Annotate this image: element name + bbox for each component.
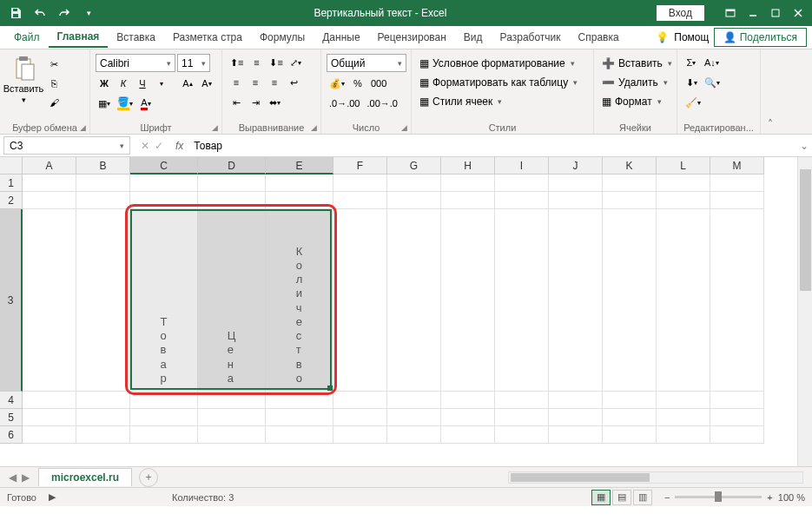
cell[interactable] — [266, 426, 333, 444]
cell[interactable] — [441, 209, 495, 392]
cell[interactable] — [710, 409, 764, 426]
column-header[interactable]: J — [549, 157, 603, 175]
cell[interactable] — [549, 209, 603, 392]
zoom-value[interactable]: 100 % — [778, 492, 805, 503]
cell[interactable] — [76, 409, 130, 426]
close-icon[interactable] — [788, 3, 809, 23]
font-color-icon[interactable]: A▾ — [137, 95, 155, 112]
cell[interactable] — [441, 426, 495, 444]
cell[interactable] — [130, 409, 198, 426]
cell[interactable] — [333, 209, 387, 392]
cell[interactable] — [23, 426, 76, 444]
column-header[interactable]: A — [23, 157, 76, 175]
font-size-combo[interactable]: 11▾ — [177, 54, 210, 72]
cell[interactable] — [76, 209, 130, 392]
cell[interactable] — [549, 175, 603, 192]
zoom-out-icon[interactable]: − — [664, 492, 670, 503]
cell[interactable]: Цена — [198, 209, 266, 392]
row-header[interactable]: 3 — [0, 209, 23, 392]
zoom-in-icon[interactable]: + — [767, 492, 772, 503]
cell[interactable] — [603, 426, 657, 444]
collapse-ribbon-icon[interactable]: ˄ — [761, 49, 780, 134]
cell[interactable] — [657, 192, 710, 209]
cell-styles-button[interactable]: ▦Стили ячеек▾ — [417, 92, 580, 110]
cell[interactable]: Товар — [130, 209, 198, 392]
tab-help[interactable]: Справка — [570, 28, 628, 47]
cell[interactable] — [23, 392, 76, 409]
underline-dd[interactable]: ▾ — [153, 75, 170, 92]
clear-icon[interactable]: 🧹▾ — [683, 94, 703, 111]
align-left-icon[interactable]: ≡ — [228, 74, 245, 91]
tab-home[interactable]: Главная — [49, 27, 109, 48]
view-normal-icon[interactable]: ▦ — [591, 490, 611, 505]
decrease-indent-icon[interactable]: ⇤ — [228, 94, 245, 111]
decrease-decimal-icon[interactable]: .00→.0 — [364, 95, 399, 112]
view-page-break-icon[interactable]: ▥ — [633, 490, 652, 505]
cell[interactable] — [387, 409, 441, 426]
row-header[interactable]: 6 — [0, 426, 23, 444]
align-top-icon[interactable]: ⬆≡ — [228, 54, 246, 71]
column-header[interactable]: H — [441, 157, 495, 175]
cell[interactable] — [333, 426, 387, 444]
sheet-nav-next-icon[interactable]: ▶ — [22, 471, 30, 484]
spreadsheet-grid[interactable]: ABCDEFGHIJKLM 123456 ТоварЦенаКоличество — [0, 157, 812, 466]
enter-formula-icon[interactable]: ✓ — [155, 140, 163, 152]
align-center-icon[interactable]: ≡ — [247, 74, 264, 91]
cell[interactable] — [710, 192, 764, 209]
paste-button[interactable]: Вставить▾ — [5, 52, 42, 104]
tab-view[interactable]: Вид — [455, 28, 492, 47]
conditional-format-button[interactable]: ▦Условное форматирование▾ — [417, 54, 580, 72]
italic-button[interactable]: К — [115, 75, 132, 92]
cell[interactable] — [387, 192, 441, 209]
font-launcher-icon[interactable]: ◢ — [212, 123, 218, 132]
cell[interactable] — [266, 175, 333, 192]
format-painter-icon[interactable]: 🖌 — [45, 94, 63, 111]
cell[interactable] — [266, 192, 333, 209]
cell[interactable] — [441, 175, 495, 192]
increase-decimal-icon[interactable]: .0→.00 — [327, 95, 362, 112]
column-header[interactable]: F — [333, 157, 387, 175]
column-header[interactable]: B — [76, 157, 130, 175]
cell[interactable] — [76, 392, 130, 409]
fill-color-icon[interactable]: 🪣▾ — [115, 95, 135, 112]
clipboard-launcher-icon[interactable]: ◢ — [80, 123, 86, 132]
autosum-icon[interactable]: Σ▾ — [683, 54, 700, 71]
cell[interactable] — [657, 426, 710, 444]
cell[interactable] — [495, 192, 549, 209]
delete-cells-button[interactable]: ➖Удалить▾ — [599, 73, 675, 91]
cell[interactable] — [495, 175, 549, 192]
cell[interactable] — [23, 409, 76, 426]
column-header[interactable]: D — [198, 157, 266, 175]
sort-filter-icon[interactable]: A↓▾ — [702, 54, 722, 71]
cell[interactable] — [387, 392, 441, 409]
cell[interactable] — [130, 392, 198, 409]
ribbon-options-icon[interactable] — [720, 3, 741, 23]
cell[interactable] — [76, 426, 130, 444]
cells-area[interactable]: ТоварЦенаКоличество — [23, 175, 764, 444]
cell[interactable] — [266, 409, 333, 426]
cell[interactable] — [198, 409, 266, 426]
cell[interactable] — [387, 209, 441, 392]
align-right-icon[interactable]: ≡ — [266, 74, 283, 91]
cell[interactable] — [657, 175, 710, 192]
increase-indent-icon[interactable]: ⇥ — [247, 94, 264, 111]
column-header[interactable]: M — [710, 157, 764, 175]
wrap-text-icon[interactable]: ↩ — [285, 74, 302, 91]
maximize-icon[interactable] — [765, 3, 786, 23]
cell[interactable] — [198, 426, 266, 444]
vertical-scrollbar[interactable] — [797, 157, 812, 466]
cell[interactable] — [387, 426, 441, 444]
expand-formula-bar-icon[interactable]: ⌄ — [796, 140, 812, 152]
name-box[interactable]: C3▾ — [3, 136, 130, 155]
cell[interactable] — [76, 175, 130, 192]
zoom-control[interactable]: − + 100 % — [664, 492, 805, 503]
fx-icon[interactable]: fx — [170, 140, 188, 152]
cell[interactable] — [130, 175, 198, 192]
share-button[interactable]: 👤 Поделиться — [714, 28, 807, 47]
align-launcher-icon[interactable]: ◢ — [311, 123, 317, 132]
view-page-layout-icon[interactable]: ▤ — [612, 490, 631, 505]
tab-review[interactable]: Рецензирован — [369, 28, 455, 47]
cell[interactable] — [603, 192, 657, 209]
percent-icon[interactable]: % — [349, 75, 366, 92]
cell[interactable] — [23, 192, 76, 209]
